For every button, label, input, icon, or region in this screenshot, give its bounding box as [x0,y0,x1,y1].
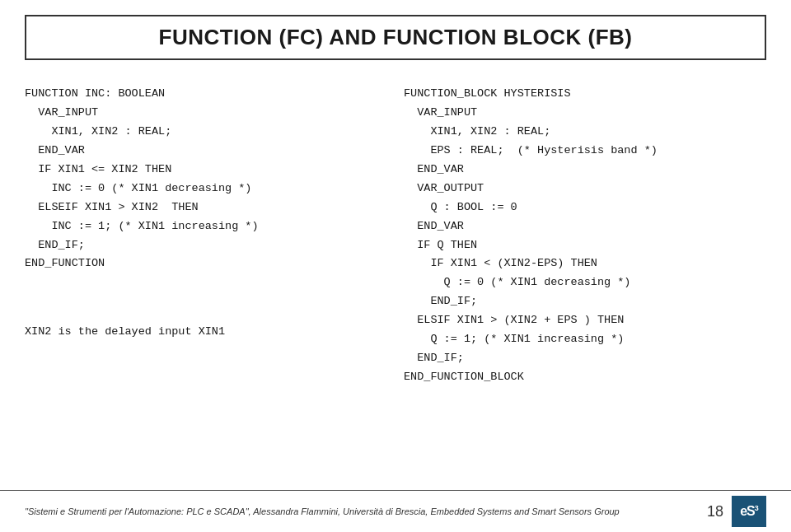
logo-text: eS3 [740,504,758,519]
logo-superscript: 3 [755,504,758,512]
footer-text: "Sistemi e Strumenti per l'Automazione: … [25,506,620,516]
content-area: FUNCTION INC: BOOLEAN VAR_INPUT XIN1, XI… [25,68,766,490]
right-code-block: FUNCTION_BLOCK HYSTERISIS VAR_INPUT XIN1… [404,85,766,387]
left-note: XIN2 is the delayed input XIN1 [25,323,387,342]
left-code-block: FUNCTION INC: BOOLEAN VAR_INPUT XIN1, XI… [25,85,387,273]
page-container: FUNCTION (FC) AND FUNCTION BLOCK (FB) FU… [0,0,791,532]
logo-badge: eS3 [732,496,766,527]
footer: "Sistemi e Strumenti per l'Automazione: … [0,490,791,532]
left-column: FUNCTION INC: BOOLEAN VAR_INPUT XIN1, XI… [25,68,396,490]
right-column: FUNCTION_BLOCK HYSTERISIS VAR_INPUT XIN1… [396,68,766,490]
page-number: 18 [707,503,723,520]
title-box: FUNCTION (FC) AND FUNCTION BLOCK (FB) [25,15,766,60]
footer-right: 18 eS3 [707,496,766,527]
page-title: FUNCTION (FC) AND FUNCTION BLOCK (FB) [159,25,633,49]
